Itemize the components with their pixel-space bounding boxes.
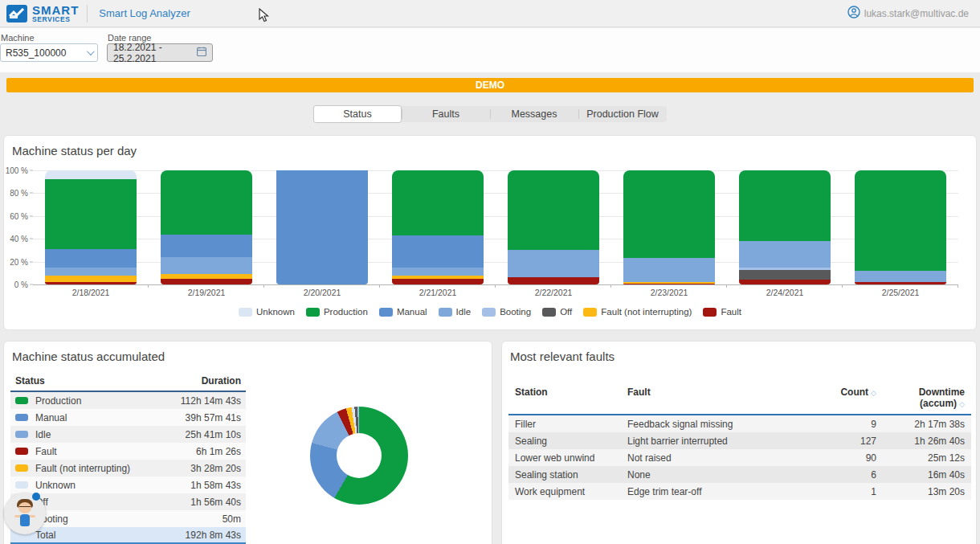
bar-segment-idle[interactable] [392,268,484,276]
bar-segment-idle[interactable] [855,271,946,282]
stacked-bar-2-19-2021[interactable] [161,170,252,284]
date-range-value: 18.2.2021 - 25.2.2021 [113,42,192,64]
downtime-column-header[interactable]: Downtime (accum)◇ [876,387,965,409]
bar-segment-production[interactable] [45,179,137,249]
status-swatch [15,448,28,455]
bar-segment-manual[interactable] [392,235,484,268]
sort-icon: ◇ [959,400,965,408]
status-donut-chart[interactable] [310,407,408,505]
tab-status[interactable]: Status [313,105,402,123]
tab-faults[interactable]: Faults [402,106,490,122]
tab-production-flow[interactable]: Production Flow [578,106,667,122]
stacked-bar-2-25-2021[interactable] [855,170,946,284]
date-range-input[interactable]: 18.2.2021 - 25.2.2021 [107,43,213,62]
tab-messages[interactable]: Messages [490,106,578,122]
fault-count: 6 [804,469,876,481]
status-row-fault-not-interrupting-[interactable]: Fault (not interrupting)3h 28m 20s [10,460,246,477]
total-duration: 192h 8m 43s [186,530,241,541]
chart-legend: UnknownProductionManualIdleBootingOffFau… [4,307,976,317]
machine-select[interactable]: R535_100000 [0,43,98,62]
legend-label: Production [324,307,368,317]
status-duration: 25h 41m 10s [186,429,241,440]
bar-segment-idle[interactable] [623,258,715,282]
bar-segment-fault[interactable] [739,280,831,284]
status-row-unknown[interactable]: Unknown1h 58m 43s [10,477,246,493]
stacked-bar-2-22-2021[interactable] [508,170,599,284]
legend-item-booting[interactable]: Booting [482,307,531,317]
fault-row-lower-web-unwind[interactable]: Lower web unwindNot raised9025m 12s [508,449,971,466]
legend-item-unknown[interactable]: Unknown [239,307,295,317]
status-row-fault[interactable]: Fault6h 1m 26s [10,443,246,460]
x-axis-label: 2/25/2021 [843,288,958,297]
legend-label: Idle [456,307,472,317]
status-swatch [15,481,28,489]
fault-row-work-equipment[interactable]: Work equipmentEdge trim tear-off113m 20s [508,483,971,500]
status-row-off[interactable]: Off1h 56m 40s [10,493,246,510]
bar-segment-idle[interactable] [508,250,599,277]
fault-count: 90 [804,452,876,464]
bar-segment-idle[interactable] [45,268,137,276]
legend-item-production[interactable]: Production [306,307,368,317]
bar-segment-fault[interactable] [392,279,484,284]
bar-slot [727,170,843,284]
status-row-production[interactable]: Production112h 14m 43s [10,392,246,409]
legend-item-off[interactable]: Off [542,307,572,317]
bar-segment-fault[interactable] [45,282,137,284]
brand-text: SMART SERVICES [32,4,79,23]
bar-slot [380,170,496,284]
fault-station: Sealing station [515,469,627,481]
user-icon [847,6,860,21]
bar-segment-manual[interactable] [161,235,252,257]
stacked-bar-2-24-2021[interactable] [739,170,831,284]
bar-segment-production[interactable] [161,170,252,235]
bar-slot [843,170,958,284]
legend-swatch [542,308,556,317]
bar-segment-idle[interactable] [161,257,252,274]
bar-segment-fault[interactable] [855,282,946,284]
bar-segment-production[interactable] [855,170,946,271]
brand-logo[interactable]: SMART SERVICES [0,4,79,23]
assistant-notification-dot [32,493,40,501]
bar-segment-manual[interactable] [276,170,368,284]
bar-segment-unknown[interactable] [45,170,137,179]
bar-segment-idle[interactable] [739,241,831,268]
bar-segment-manual[interactable] [45,249,137,268]
fault-row-filler[interactable]: FillerFeedback signal missing92h 17m 38s [508,415,971,432]
legend-item-manual[interactable]: Manual [379,307,427,317]
legend-item-fault-not-interrupting-[interactable]: Fault (not interrupting) [583,307,692,317]
fault-station: Filler [515,419,627,430]
stacked-bar-2-20-2021[interactable] [276,170,368,284]
status-row-idle[interactable]: Idle25h 41m 10s [10,426,246,443]
fault-row-sealing-station[interactable]: Sealing stationNone616m 40s [508,466,971,483]
assistant-avatar[interactable] [4,493,46,534]
user-account[interactable]: lukas.stark@multivac.de [847,6,980,21]
accumulated-card-title: Machine status accumulated [12,350,165,363]
status-row-manual[interactable]: Manual39h 57m 41s [10,409,246,426]
stacked-bar-2-21-2021[interactable] [392,170,484,284]
machine-status-per-day-card: Machine status per day 100 %80 %60 %40 %… [3,135,977,330]
bar-segment-production[interactable] [739,170,831,241]
count-column-header[interactable]: Count◇ [804,387,876,409]
status-duration: 1h 56m 40s [190,497,241,508]
stacked-bar-2-23-2021[interactable] [623,170,715,284]
brand-line1: SMART [32,4,79,16]
legend-item-idle[interactable]: Idle [439,307,472,317]
bar-segment-off[interactable] [739,270,831,280]
legend-swatch [306,308,320,317]
bar-segment-fault[interactable] [161,279,252,284]
stacked-bar-2-18-2021[interactable] [45,170,137,284]
bar-segment-production[interactable] [392,170,484,235]
legend-item-fault[interactable]: Fault [703,307,741,317]
status-duration: 3h 28m 20s [190,463,241,474]
bar-segment-fault-not-interrupting-[interactable] [45,276,137,283]
fault-row-sealing[interactable]: SealingLight barrier interrupted1271h 26… [508,432,971,449]
legend-swatch [239,308,252,317]
y-axis-tick-label: 100 % [6,166,28,175]
machine-status-accumulated-card: Machine status accumulated Status Durati… [3,341,492,544]
bar-segment-production[interactable] [623,170,715,258]
bar-segment-fault[interactable] [508,277,599,284]
bar-segment-fault[interactable] [623,284,715,284]
status-swatch [15,414,28,421]
stacked-bar-chart[interactable]: 100 %80 %60 %40 %20 %0 % [33,170,958,284]
bar-segment-production[interactable] [508,170,599,250]
